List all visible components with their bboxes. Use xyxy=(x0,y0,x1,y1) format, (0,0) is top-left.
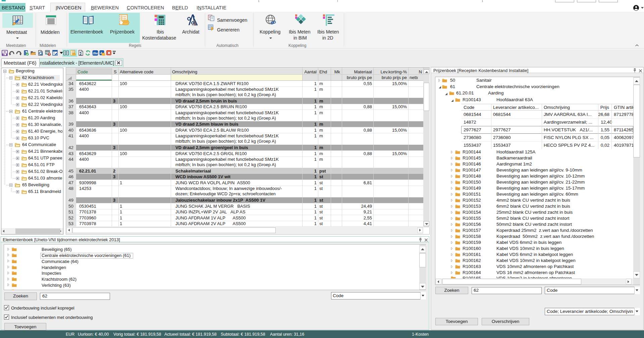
svg-text:2ba: 2ba xyxy=(93,52,98,55)
